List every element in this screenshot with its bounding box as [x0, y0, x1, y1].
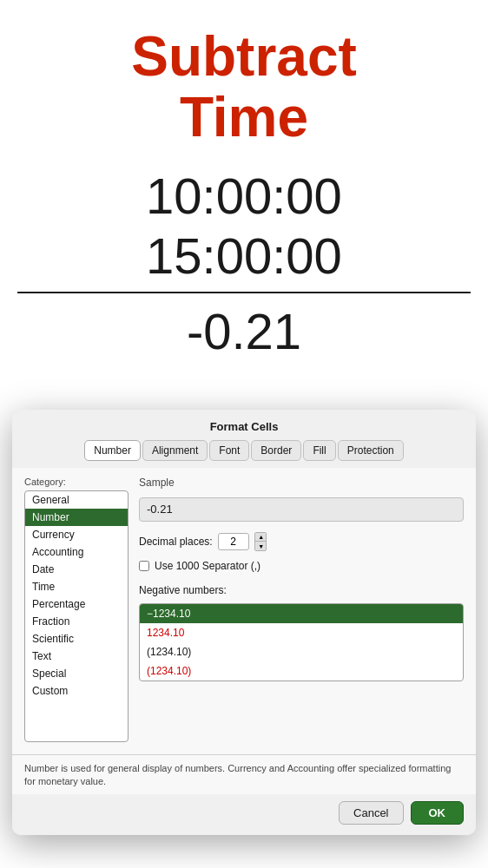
category-general[interactable]: General: [25, 491, 128, 509]
negative-option-0[interactable]: −1234.10: [140, 604, 463, 623]
dialog-title: Format Cells: [12, 410, 476, 440]
tab-bar: Number Alignment Font Border Fill Protec…: [12, 440, 476, 468]
category-section: Category: General Number Currency Accoun…: [24, 477, 129, 742]
main-title: Subtract Time: [17, 26, 471, 148]
decimal-places-row: Decimal places: ▲ ▼: [139, 532, 464, 551]
category-special[interactable]: Special: [25, 665, 128, 682]
sample-value: -0.21: [139, 497, 464, 522]
category-fraction[interactable]: Fraction: [25, 613, 128, 630]
right-panel: Sample -0.21 Decimal places: ▲ ▼ Use 100…: [139, 477, 464, 742]
decimal-places-input[interactable]: [218, 533, 249, 550]
cancel-button[interactable]: Cancel: [339, 801, 403, 825]
stepper-down[interactable]: ▼: [255, 542, 267, 550]
stepper-up[interactable]: ▲: [255, 533, 267, 542]
format-cells-dialog: Format Cells Number Alignment Font Borde…: [12, 410, 476, 835]
category-accounting[interactable]: Accounting: [25, 543, 128, 561]
category-text[interactable]: Text: [25, 648, 128, 665]
category-scientific[interactable]: Scientific: [25, 630, 128, 648]
category-currency[interactable]: Currency: [25, 526, 128, 543]
tab-protection[interactable]: Protection: [338, 440, 404, 461]
dialog-buttons: Cancel OK: [12, 794, 476, 835]
category-percentage[interactable]: Percentage: [25, 595, 128, 613]
negative-option-3[interactable]: (1234.10): [140, 661, 463, 681]
tab-fill[interactable]: Fill: [303, 440, 335, 461]
category-list[interactable]: General Number Currency Accounting Date …: [24, 490, 129, 742]
sample-label: Sample: [139, 477, 464, 489]
separator-row: Use 1000 Separator (,): [139, 560, 464, 572]
negative-option-1[interactable]: 1234.10: [140, 623, 463, 642]
decimal-places-label: Decimal places:: [139, 536, 213, 548]
category-custom[interactable]: Custom: [25, 682, 128, 700]
top-section: Subtract Time 10:00:00 15:00:00 -0.21: [0, 0, 488, 378]
separator-checkbox[interactable]: [139, 561, 149, 571]
time2-value: 15:00:00: [17, 226, 471, 293]
tab-border[interactable]: Border: [251, 440, 301, 461]
time1-value: 10:00:00: [17, 166, 471, 227]
ok-button[interactable]: OK: [411, 801, 465, 825]
negative-numbers-label: Negative numbers:: [139, 584, 464, 596]
separator-label: Use 1000 Separator (,): [155, 560, 260, 572]
category-time[interactable]: Time: [25, 578, 128, 595]
description-text: Number is used for general display of nu…: [12, 754, 476, 794]
tab-font[interactable]: Font: [209, 440, 249, 461]
negative-numbers-list[interactable]: −1234.10 1234.10 (1234.10) (1234.10): [139, 603, 464, 681]
negative-option-2[interactable]: (1234.10): [140, 642, 463, 661]
decimal-stepper[interactable]: ▲ ▼: [254, 532, 267, 551]
tab-alignment[interactable]: Alignment: [142, 440, 208, 461]
category-number[interactable]: Number: [25, 509, 128, 526]
category-label: Category:: [24, 477, 129, 487]
tab-number[interactable]: Number: [84, 440, 141, 461]
category-date[interactable]: Date: [25, 561, 128, 578]
dialog-body: Category: General Number Currency Accoun…: [12, 468, 476, 754]
result-value: -0.21: [17, 302, 471, 360]
